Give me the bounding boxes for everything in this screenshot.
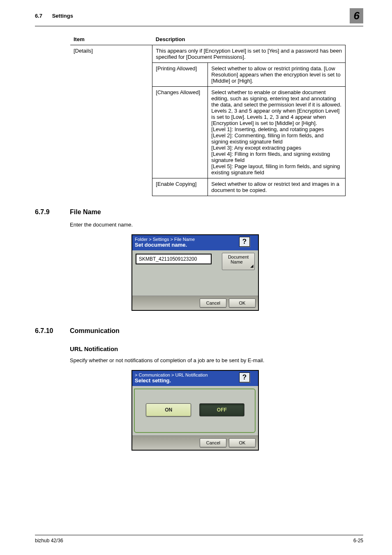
table-row: [Details] This appears only if [Encrypti… [70,45,346,63]
details-item-cell: [Details] [70,45,152,196]
details-desc-cell: This appears only if [Encryption Level] … [152,45,346,63]
filename-breadcrumb: Folder > Settings > File Name [135,237,256,242]
cancel-button[interactable]: Cancel [200,298,226,308]
footer-right: 6-25 [353,538,363,543]
page-header: 6.7 Settings 6 [0,0,392,26]
section-679-header: 6.7.9 File Name [35,208,363,216]
header-left: 6.7 Settings [35,13,73,19]
details-table: Item Description [Details] This appears … [70,34,346,196]
changes-allowed-label: [Changes Allowed] [152,87,208,178]
filename-input[interactable]: SKMBT_42110509123200 [136,254,212,264]
url-panel-body: ON OFF [132,386,258,435]
section-679-num: 6.7.9 [35,208,70,216]
changes-allowed-desc: Select whether to enable or disenable do… [208,87,346,178]
page-footer: bizhub 42/36 6-25 [35,535,363,543]
url-notification-title: URL Notification [70,345,363,352]
enable-copying-desc: Select whether to allow or restrict text… [208,178,346,196]
filename-panel-footer: Cancel OK [132,296,258,310]
section-6710-title: Communication [70,327,120,335]
filename-panel-body: SKMBT_42110509123200 Document Name ◢ [132,250,258,296]
url-panel-header: > Communication > URL Notification Selec… [132,371,258,386]
section-679-title: File Name [70,208,101,216]
url-panel-footer: Cancel OK [132,435,258,450]
th-desc: Description [152,34,346,45]
section-6710-num: 6.7.10 [35,327,70,335]
section-6710-header: 6.7.10 Communication [35,327,363,335]
filename-panel-title: Set document name. [135,242,256,248]
footer-left: bizhub 42/36 [35,538,63,543]
onoff-row: ON OFF [136,403,254,416]
th-item: Item [70,34,152,45]
url-breadcrumb: > Communication > URL Notification [135,372,256,377]
chapter-badge: 6 [350,8,363,23]
triangle-icon: ◢ [250,264,254,268]
enable-copying-label: [Enable Copying] [152,178,208,196]
filename-panel: Folder > Settings > File Name Set docume… [131,234,259,311]
on-button[interactable]: ON [146,403,191,416]
header-section-name: Settings [52,13,73,19]
ok-button[interactable]: OK [229,438,256,447]
document-name-button-label: Document Name [228,254,249,264]
cancel-button[interactable]: Cancel [200,438,226,447]
printing-allowed-desc: Select whether to allow or restrict prin… [208,63,346,87]
filename-panel-header: Folder > Settings > File Name Set docume… [132,235,258,250]
ok-button[interactable]: OK [229,298,256,308]
section-679-body: Enter the document name. [70,222,363,228]
section-6710-body: Specify whether or not notifications of … [70,357,363,363]
url-panel: > Communication > URL Notification Selec… [131,370,259,451]
url-panel-title: Select setting. [135,377,256,384]
header-section-number: 6.7 [35,13,42,19]
document-name-button[interactable]: Document Name ◢ [222,253,255,270]
off-button[interactable]: OFF [199,403,244,416]
printing-allowed-label: [Printing Allowed] [152,63,208,87]
table-head-row: Item Description [70,34,346,45]
help-icon[interactable]: ? [239,237,250,247]
help-icon[interactable]: ? [239,372,250,382]
